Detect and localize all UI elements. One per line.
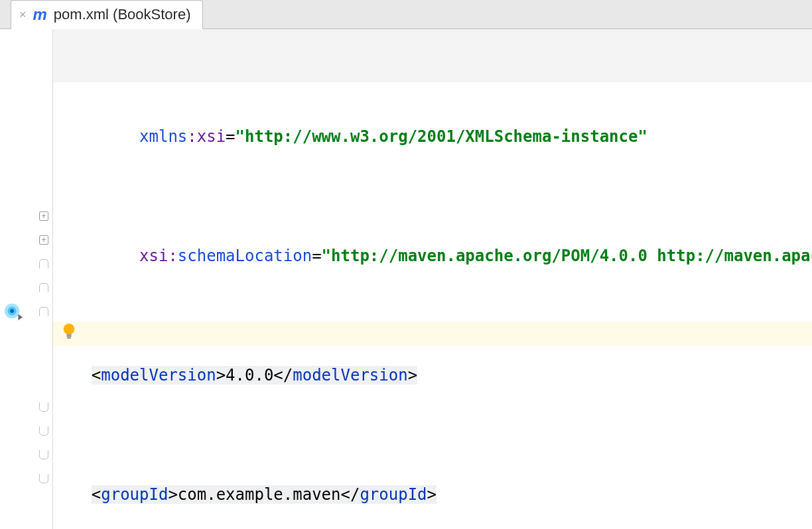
editor-gutter: + +: [0, 29, 53, 529]
svg-point-0: [64, 323, 75, 335]
fold-end-icon[interactable]: [39, 474, 48, 483]
fold-minus-icon[interactable]: [39, 307, 48, 316]
code-editor[interactable]: + + xmlns:xsi="http://www.w3.org/2001/XM…: [0, 29, 812, 529]
fold-end-icon[interactable]: [39, 426, 48, 436]
fold-end-icon[interactable]: [39, 450, 48, 459]
svg-rect-2: [67, 337, 71, 339]
intention-bulb-icon[interactable]: [62, 323, 76, 341]
code-line: <modelVersion>4.0.0</modelVersion>: [53, 363, 812, 387]
code-line: <groupId>com.example.maven</groupId>: [53, 483, 812, 506]
code-area[interactable]: xmlns:xsi="http://www.w3.org/2001/XMLSch…: [53, 29, 812, 529]
fold-plus-icon[interactable]: +: [39, 235, 48, 245]
svg-point-5: [10, 309, 14, 313]
svg-rect-1: [66, 334, 71, 337]
editor-tab[interactable]: × m pom.xml (BookStore): [11, 0, 203, 29]
maven-reimport-icon[interactable]: [4, 303, 23, 322]
fold-end-icon[interactable]: [39, 402, 48, 412]
fold-minus-icon[interactable]: [39, 283, 48, 292]
code-line: xmlns:xsi="http://www.w3.org/2001/XMLSch…: [53, 125, 812, 148]
code-line: xsi:schemaLocation="http://maven.apache.…: [53, 244, 812, 268]
fold-plus-icon[interactable]: +: [39, 211, 48, 221]
tab-label: pom.xml (BookStore): [54, 0, 191, 29]
maven-file-icon: m: [33, 0, 47, 29]
close-icon[interactable]: ×: [19, 0, 27, 29]
fold-minus-icon[interactable]: [39, 259, 48, 268]
tab-strip: × m pom.xml (BookStore): [0, 0, 812, 29]
